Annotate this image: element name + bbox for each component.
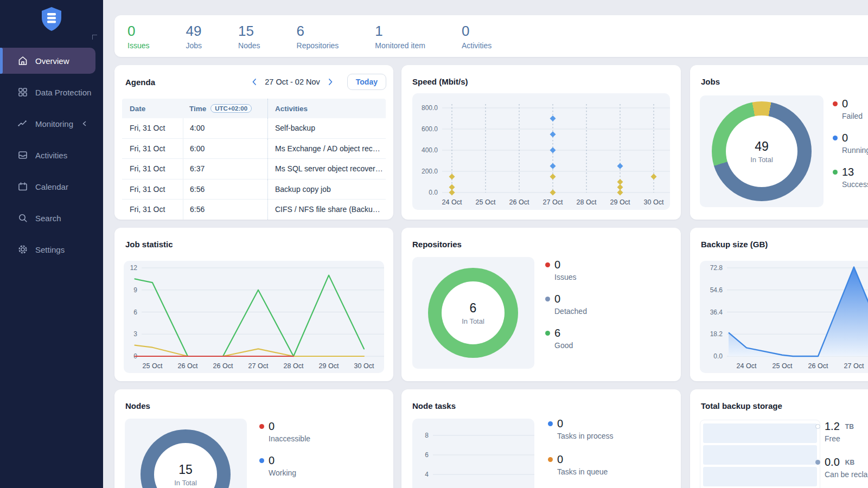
svg-text:18.2: 18.2 (710, 330, 723, 338)
chevron-left-icon (250, 78, 259, 86)
card-title: Speed (Mbit/s) (412, 77, 468, 86)
agenda-card: Agenda 27 Oct - 02 Nov Today Date Time U… (114, 65, 393, 220)
legend-item: 0 Tasks in process (548, 418, 613, 440)
card-title: Node tasks (412, 401, 456, 410)
svg-text:54.6: 54.6 (710, 286, 723, 294)
sidebar-item-activities[interactable]: Activities (0, 142, 95, 168)
svg-text:29 Oct: 29 Oct (319, 362, 339, 370)
home-icon (17, 55, 28, 66)
card-title: Job statistic (125, 240, 173, 249)
sidebar-item-label: Activities (35, 151, 67, 160)
agenda-row[interactable]: Fri, 31 Oct 6:56 Backup copy job (122, 179, 386, 200)
legend-item: 0 Working (259, 454, 310, 477)
agenda-date-range[interactable]: 27 Oct - 02 Nov (265, 78, 320, 86)
jobs-card: Jobs 49 In Total 0 Failed 0 Running 13 S… (690, 65, 868, 220)
repositories-total-label: In Total (462, 317, 484, 325)
agenda-row[interactable]: Fri, 31 Oct 6:00 Ms Exchange / AD object… (122, 139, 386, 159)
sidebar-collapse-icon[interactable] (92, 35, 97, 40)
stat-issues[interactable]: 0 Issues (127, 23, 149, 50)
backup-size-area-chart: 0.018.236.454.672.824 Oct25 Oct26 Oct27 … (700, 261, 868, 373)
node-tasks-card: Node tasks 468 0 Tasks in process 0 Task… (401, 389, 681, 488)
repositories-donut-chart: 6 In Total (428, 268, 518, 358)
svg-text:26 Oct: 26 Oct (178, 362, 198, 370)
stat-label: Monitored item (375, 41, 425, 50)
legend-item: 0 Tasks in queue (548, 453, 613, 476)
stats-bar: 0 Issues 49 Jobs 15 Nodes 6 Repositories… (114, 15, 868, 57)
sidebar-item-label: Calendar (35, 182, 68, 191)
backup-size-card: Backup size (GB) 0.018.236.454.672.824 O… (690, 228, 868, 381)
speed-chart-card: Speed (Mbit/s) 0.0200.0400.0600.0800.024… (401, 65, 681, 220)
sidebar-item-label: Overview (35, 56, 69, 66)
sidebar-item-label: Monitoring (35, 119, 73, 129)
node-tasks-chart: 468 (412, 419, 534, 488)
column-header-time: Time UTC+02:00 (183, 99, 267, 118)
agenda-next-button[interactable] (326, 77, 335, 87)
svg-text:24 Oct: 24 Oct (442, 198, 462, 206)
legend-item: 0 Inaccessible (259, 420, 310, 443)
inbox-icon (17, 150, 28, 160)
nodes-card: Nodes 15 In Total 0 Inaccessible 0 Worki… (114, 389, 393, 488)
svg-text:29 Oct: 29 Oct (610, 198, 630, 206)
gear-icon (17, 244, 28, 255)
speed-scatter-chart: 0.0200.0400.0600.0800.024 Oct25 Oct26 Oc… (412, 93, 670, 210)
storage-bar (703, 467, 817, 486)
stat-jobs[interactable]: 49 Jobs (186, 23, 202, 50)
legend-item: 0 Running (833, 132, 868, 155)
stat-label: Repositories (297, 41, 339, 50)
sidebar-item-search[interactable]: Search (0, 205, 95, 231)
svg-text:0.0: 0.0 (429, 189, 438, 196)
jobs-donut-chart: 49 In Total (712, 101, 812, 201)
jobs-donut-panel: 49 In Total (700, 95, 824, 207)
svg-text:26 Oct: 26 Oct (509, 198, 529, 206)
svg-text:27 Oct: 27 Oct (844, 362, 864, 370)
nodes-total-label: In Total (174, 479, 197, 487)
svg-text:25 Oct: 25 Oct (476, 198, 496, 206)
trend-icon (17, 118, 28, 129)
stat-monitored-item[interactable]: 1 Monitored item (375, 23, 425, 50)
sidebar-item-data-protection[interactable]: Data Protection (0, 79, 95, 105)
sidebar-item-calendar[interactable]: Calendar (0, 174, 95, 200)
agenda-prev-button[interactable] (250, 77, 259, 87)
today-button[interactable]: Today (347, 74, 386, 90)
repositories-card: Repositories 6 In Total 0 Issues 0 Detac… (401, 228, 681, 381)
storage-bars (700, 420, 820, 488)
sidebar-item-overview[interactable]: Overview (0, 48, 95, 74)
legend-item: 0.0KB Can be reclaimed (815, 456, 868, 479)
svg-text:25 Oct: 25 Oct (143, 362, 163, 370)
storage-bar (703, 423, 817, 443)
svg-text:30 Oct: 30 Oct (644, 198, 664, 206)
nodes-donut-panel: 15 In Total (125, 419, 247, 488)
stat-activities[interactable]: 0 Activities (462, 23, 492, 50)
speed-chart-panel: 0.0200.0400.0600.0800.024 Oct25 Oct26 Oc… (412, 93, 670, 210)
sidebar-item-monitoring[interactable]: Monitoring (0, 111, 95, 137)
stat-nodes[interactable]: 15 Nodes (238, 23, 260, 50)
svg-text:26 Oct: 26 Oct (213, 362, 233, 370)
svg-text:28 Oct: 28 Oct (284, 362, 304, 370)
chevron-right-icon (326, 78, 335, 86)
nodes-total-value: 15 (178, 463, 193, 477)
repositories-legend: 0 Issues 0 Detached 6 Good (545, 259, 587, 350)
agenda-row[interactable]: Fri, 31 Oct 4:00 Self-backup (122, 118, 386, 139)
card-title: Jobs (701, 77, 720, 86)
agenda-row[interactable]: Fri, 31 Oct 6:37 Ms SQL server object re… (122, 159, 386, 179)
sidebar-item-label: Search (35, 214, 61, 223)
svg-text:8: 8 (425, 432, 429, 439)
stat-value: 0 (462, 23, 492, 39)
svg-text:800.0: 800.0 (422, 104, 438, 112)
agenda-table: Date Time UTC+02:00 Activities Fri, 31 O… (122, 99, 386, 220)
chevron-left-icon (81, 120, 88, 127)
svg-text:6: 6 (133, 309, 137, 316)
stat-value: 0 (127, 23, 149, 39)
svg-text:36.4: 36.4 (710, 309, 723, 316)
agenda-row[interactable]: Fri, 31 Oct 6:56 CIFS / NFS file share (… (122, 200, 386, 220)
stat-label: Activities (462, 41, 492, 50)
stat-value: 49 (186, 23, 202, 39)
legend-item: 6 Good (545, 327, 587, 350)
sidebar-item-label: Settings (35, 245, 65, 254)
sidebar-item-settings[interactable]: Settings (0, 236, 95, 262)
storage-bar (703, 445, 817, 465)
stat-repositories[interactable]: 6 Repositories (297, 23, 339, 50)
card-title: Nodes (125, 401, 150, 410)
card-title: Total backup storage (701, 401, 782, 410)
svg-text:72.8: 72.8 (710, 264, 723, 272)
